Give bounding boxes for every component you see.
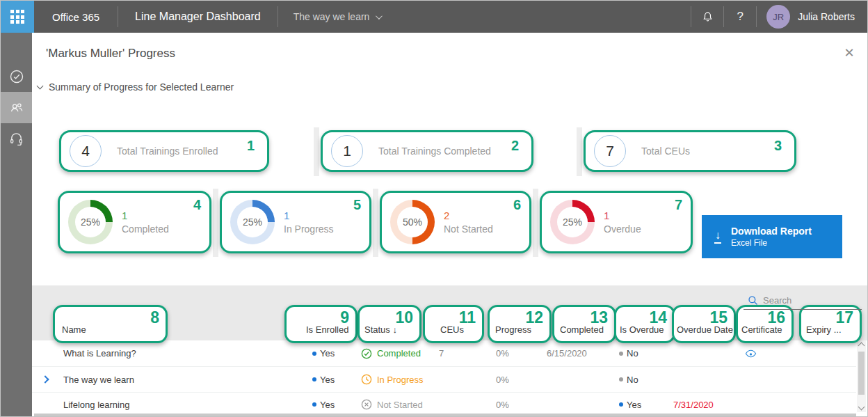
donut-card-row: 25% 1 Completed 4 25% 1 In Progr xyxy=(56,189,694,257)
notifications-button[interactable] xyxy=(691,1,723,33)
annotation-number-3: 3 xyxy=(774,138,782,154)
enrolled-dot-blue xyxy=(312,340,316,366)
chevron-down-icon xyxy=(37,83,44,90)
sidebar-item-support[interactable] xyxy=(1,123,32,155)
people-icon xyxy=(8,100,25,116)
course-selector-label: The way we learn xyxy=(294,11,370,22)
annotation-number-4: 4 xyxy=(193,197,201,213)
annotation-box-7: 25% 1 Overdue 7 xyxy=(540,191,693,253)
user-menu[interactable]: JR Julia Roberts xyxy=(757,5,867,29)
search-input[interactable]: Search xyxy=(744,292,862,310)
annotation-number-16: 16 xyxy=(767,308,785,327)
progress-cell: 0% xyxy=(496,340,509,366)
is-enrolled-cell: Yes xyxy=(320,340,335,366)
column-header-expiry[interactable]: Expiry ... 17 xyxy=(799,305,862,343)
annotation-number-14: 14 xyxy=(649,308,667,327)
donut-percent: 25% xyxy=(550,200,595,244)
row-expander-button[interactable] xyxy=(42,367,48,392)
donut-count: 2 xyxy=(444,210,493,221)
annotation-number-1: 1 xyxy=(247,138,255,154)
annotation-number-10: 10 xyxy=(395,308,413,327)
search-icon xyxy=(748,295,758,306)
bell-icon xyxy=(701,10,714,24)
annotation-number-13: 13 xyxy=(590,308,608,327)
scroll-up-icon[interactable] xyxy=(858,343,865,349)
in-progress-clock-icon xyxy=(361,374,372,385)
headset-icon xyxy=(8,131,24,147)
name-cell: Lifelong learning xyxy=(63,393,129,416)
annotation-number-17: 17 xyxy=(835,308,853,327)
download-title: Download Report xyxy=(731,226,812,237)
waffle-icon xyxy=(10,10,24,24)
sidebar-item-approvals[interactable] xyxy=(1,61,32,92)
brand-office365[interactable]: Office 365 xyxy=(34,11,118,23)
help-button[interactable]: ? xyxy=(724,1,756,33)
donut-count: 1 xyxy=(604,210,641,221)
status-label: In Progress xyxy=(377,375,423,385)
app-title: Line Manager Dashboard xyxy=(118,10,278,23)
annotation-number-15: 15 xyxy=(709,308,728,327)
annotation-box-3: 7 Total CEUs 3 xyxy=(584,130,796,172)
name-cell: The way we learn xyxy=(63,367,134,392)
scrollbar-thumb[interactable] xyxy=(858,352,865,395)
top-bar: Office 365 Line Manager Dashboard The wa… xyxy=(1,1,867,33)
annotation-box-6: 50% 2 Not Started 6 xyxy=(380,191,531,253)
vertical-scrollbar[interactable] xyxy=(857,340,866,412)
avatar: JR xyxy=(766,5,790,29)
horizontal-scrollbar[interactable] xyxy=(34,414,856,417)
is-overdue-cell: No xyxy=(627,340,638,366)
kpi-label: Total Trainings Completed xyxy=(378,145,491,157)
column-header-overdue-date[interactable]: Overdue Date 15 xyxy=(672,305,736,343)
sidebar-item-team[interactable] xyxy=(1,92,32,123)
column-header-completed[interactable]: Completed 13 xyxy=(552,305,616,343)
column-header-is-overdue[interactable]: Is Overdue 14 xyxy=(614,305,675,343)
completed-date-cell: 6/15/2020 xyxy=(547,340,587,366)
column-header-status[interactable]: Status ↓ 10 xyxy=(357,305,421,343)
annotation-number-2: 2 xyxy=(511,138,519,154)
table-row[interactable]: The way we learn Yes In Progress 0% No xyxy=(32,366,856,392)
page-title: 'Markus Muller' Progress xyxy=(46,47,175,61)
overdue-dot-blue xyxy=(619,393,623,416)
overdue-dot-gray xyxy=(619,340,623,366)
user-name: Julia Roberts xyxy=(798,11,855,22)
download-subtitle: Excel File xyxy=(731,238,812,248)
table-row[interactable]: What is Learning? Yes Completed 7 0% 6/1… xyxy=(32,340,856,366)
eye-icon xyxy=(745,349,757,359)
is-enrolled-cell: Yes xyxy=(320,367,335,392)
column-header-certificate[interactable]: Certificate 16 xyxy=(736,305,794,343)
ceus-cell: 7 xyxy=(439,340,444,366)
completed-donut-chart: 25% xyxy=(68,200,113,244)
annotation-number-8: 8 xyxy=(150,308,159,327)
summary-section-toggle[interactable]: Summary of Progress for Selected Learner xyxy=(38,81,234,93)
donut-card-overdue: 25% 1 Overdue 7 xyxy=(538,189,694,257)
donut-label: Not Started xyxy=(444,223,493,235)
column-header-ceus[interactable]: CEUs 11 xyxy=(423,305,484,343)
column-label: Status ↓ xyxy=(364,324,397,335)
download-report-button[interactable]: ↓ Download Report Excel File xyxy=(702,215,842,258)
donut-card-not-started: 50% 2 Not Started 6 xyxy=(378,189,533,257)
in-progress-donut-chart: 25% xyxy=(230,200,275,244)
status-label: Not Started xyxy=(377,400,423,410)
scroll-down-icon[interactable] xyxy=(858,404,865,411)
enrolled-dot-blue xyxy=(312,367,316,392)
certificate-preview-button[interactable] xyxy=(745,340,757,366)
overdue-date-cell: 7/31/2020 xyxy=(673,393,714,416)
app-launcher-button[interactable] xyxy=(1,1,34,33)
enrolled-dot-blue xyxy=(312,393,316,416)
donut-count: 1 xyxy=(122,210,169,221)
download-icon: ↓ xyxy=(714,230,721,244)
kpi-value-circle: 1 xyxy=(331,135,363,167)
kpi-card-completed: 1 Total Trainings Completed 2 xyxy=(319,127,577,176)
column-header-is-enrolled[interactable]: Is Enrolled 9 xyxy=(284,305,357,343)
column-header-name[interactable]: Name 8 xyxy=(53,305,168,343)
annotation-number-6: 6 xyxy=(513,197,521,213)
course-selector-dropdown[interactable]: The way we learn xyxy=(278,11,396,22)
annotation-box-2: 1 Total Trainings Completed 2 xyxy=(321,130,533,172)
close-button[interactable]: ✕ xyxy=(841,45,858,61)
table-row[interactable]: Lifelong learning Yes Not Started 0% Yes… xyxy=(32,392,856,416)
annotation-number-7: 7 xyxy=(675,197,682,213)
column-header-progress[interactable]: Progress 12 xyxy=(488,305,552,343)
is-enrolled-cell: Yes xyxy=(320,393,335,416)
kpi-card-enrolled: 4 Total Trainings Enrolled 1 xyxy=(56,127,314,176)
donut-percent: 50% xyxy=(390,200,435,244)
